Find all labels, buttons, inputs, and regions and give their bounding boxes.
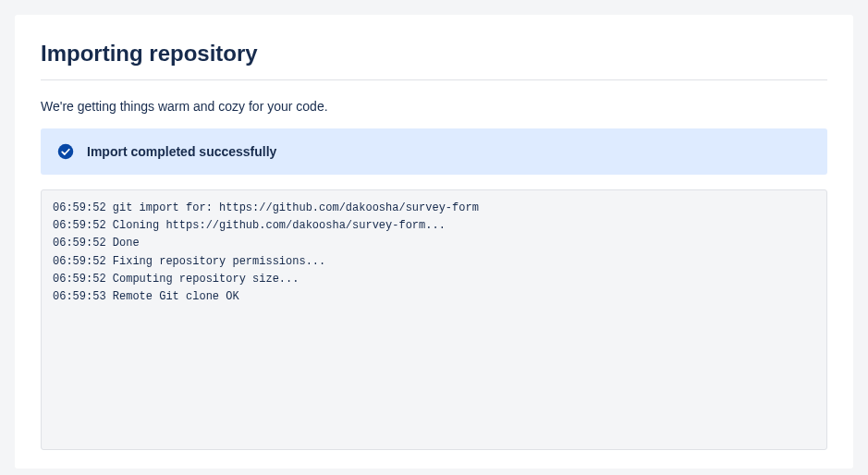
- status-message: Import completed successfully: [87, 144, 276, 159]
- import-panel: Importing repository We're getting thing…: [15, 15, 853, 469]
- divider: [41, 79, 827, 80]
- import-log[interactable]: 06:59:52 git import for: https://github.…: [41, 189, 827, 450]
- svg-point-0: [58, 144, 74, 160]
- page-subtitle: We're getting things warm and cozy for y…: [41, 99, 827, 114]
- check-circle-icon: [57, 143, 74, 160]
- status-banner: Import completed successfully: [41, 128, 827, 175]
- page-title: Importing repository: [41, 41, 827, 79]
